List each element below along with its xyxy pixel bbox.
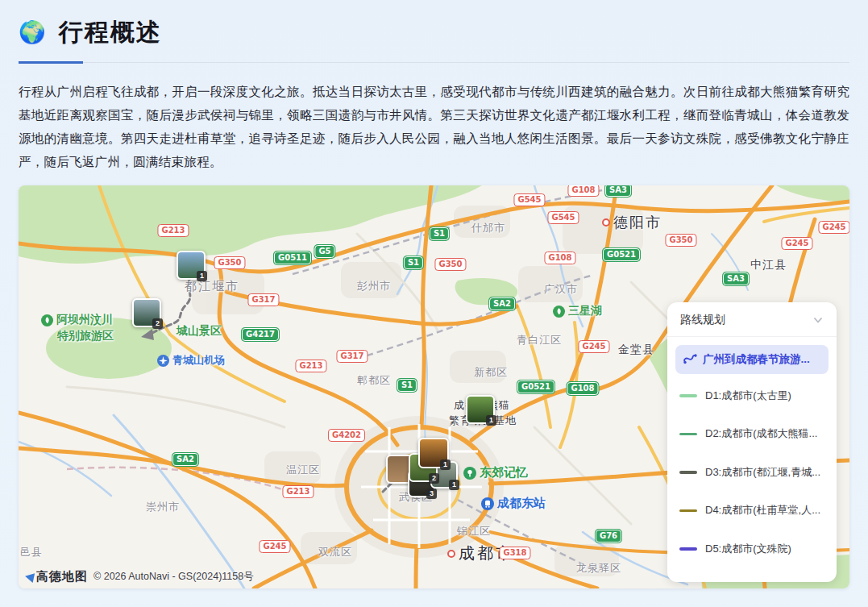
photo-marker[interactable]: 1: [177, 251, 206, 280]
map-label: 广汉市: [544, 282, 578, 297]
road-shield: S1: [397, 379, 417, 392]
route-day-item[interactable]: D2:成都市(成都大熊猫...: [667, 415, 837, 454]
road-shield: G317: [247, 293, 279, 306]
map-label: 阿坝州汶川: [41, 313, 113, 327]
road-shield: G108: [544, 252, 575, 264]
itinerary-overview-paragraph: 行程从广州启程飞往成都，开启一段深度文化之旅。抵达当日探访太古里，感受现代都市与…: [19, 80, 849, 173]
route-day-item[interactable]: D4:成都市(杜甫草堂,人...: [667, 492, 837, 530]
photo-marker[interactable]: 2: [132, 298, 161, 327]
map-label-text: 青白江区: [517, 333, 562, 347]
map-label: 中江县: [750, 258, 787, 272]
map-label: 双流区: [318, 545, 352, 559]
route-panel-title: 路线规划: [680, 313, 725, 327]
globe-icon: 🌍: [19, 22, 46, 44]
route-day-item[interactable]: D1:成都市(太古里): [667, 376, 837, 415]
map-label: 城山景区: [177, 324, 222, 339]
map-label-text: 新都区: [474, 365, 508, 380]
road-shield: G245: [259, 540, 290, 553]
map-label-text: 成都东站: [497, 496, 546, 511]
route-day-label: D5:成都市(文殊院): [705, 542, 791, 556]
road-shield: G5: [314, 245, 334, 258]
route-day-label: D2:成都市(成都大熊猫...: [705, 426, 817, 441]
route-day-color-swatch: [679, 433, 697, 436]
map-label: 崇州市: [146, 500, 180, 514]
route-day-label: D4:成都市(杜甫草堂,人...: [705, 503, 820, 518]
photo-marker-count-badge: 1: [197, 271, 207, 281]
photo-marker[interactable]: 1: [418, 438, 449, 468]
route-day-item[interactable]: D5:成都市(文殊院): [667, 530, 837, 568]
photo-marker-count-badge: 2: [429, 473, 439, 484]
road-shield: G213: [157, 224, 189, 237]
map-label: 三星湖: [553, 304, 602, 318]
city-marker-icon: [602, 218, 610, 227]
road-shield: G350: [434, 258, 466, 271]
road-shield: G0511: [274, 252, 311, 264]
road-shield: G545: [547, 211, 579, 224]
map-label: 彭州市: [357, 279, 391, 293]
road-shield: G76: [596, 530, 621, 543]
route-day-list: D1:成都市(太古里)D2:成都市(成都大熊猫...D3:成都市(都江堰,青城.…: [667, 376, 837, 568]
map-label-text: 青城山机场: [172, 353, 225, 368]
page-title: 行程概述: [59, 16, 162, 49]
road-shield: G350: [665, 234, 696, 247]
map-label-text: 三星湖: [568, 304, 602, 318]
road-shield: SA3: [605, 185, 631, 197]
map-label: 青白江区: [517, 333, 562, 347]
road-shield: G245: [818, 221, 849, 234]
road-shield: G545: [513, 193, 545, 206]
road-shield: G108: [567, 185, 599, 197]
map-label: 龙泉驿区: [576, 561, 621, 576]
map-label-text: 城山景区: [177, 324, 222, 339]
map-label-text: 中江县: [750, 258, 787, 272]
map-label-text: 东郊记忆: [480, 465, 528, 480]
map-label: 特别旅游区: [57, 329, 114, 343]
route-day-item[interactable]: D3:成都市(都江堰,青城...: [667, 453, 837, 492]
road-shield: SA2: [172, 453, 198, 466]
road-shield: G213: [282, 485, 314, 498]
photo-marker-count-badge: 3: [426, 489, 437, 499]
chevron-down-icon[interactable]: [812, 314, 824, 326]
map-label-text: 双流区: [318, 545, 352, 559]
map-label-text: 都江堰市: [185, 279, 239, 294]
road-shield: G317: [336, 350, 368, 363]
road-shield: G108: [567, 382, 598, 395]
scenic-leaf-icon: [553, 306, 565, 318]
road-shield: S1: [430, 227, 449, 240]
road-shield: G245: [781, 237, 812, 250]
map-label-text: 温江区: [286, 463, 320, 477]
map-label: 德阳市: [602, 213, 662, 232]
photo-marker-count-badge: 1: [449, 480, 459, 490]
photo-marker-count-badge: 2: [152, 318, 163, 329]
road-shield: S1: [404, 256, 423, 269]
map-label: 金堂县: [618, 343, 654, 357]
road-shield: G4202: [328, 429, 365, 442]
amap-logo[interactable]: 高德地图: [25, 569, 88, 584]
map-canvas[interactable]: 什邡市德阳市中江县彭州市广汉市三星湖青白江区金堂县新都区郫都区都江堰市城山景区青…: [19, 185, 849, 588]
map-attribution: 高德地图 © 2026 AutoNavi - GS(2024)1158号: [25, 569, 254, 584]
road-shield: G318: [499, 547, 530, 559]
map-label-text: 德阳市: [613, 213, 662, 232]
map-label: 成都东站: [481, 496, 546, 511]
map-label-text: 阿坝州汶川: [56, 313, 113, 327]
map-label-text: 郫都区: [357, 373, 391, 388]
amap-logo-text: 高德地图: [36, 569, 88, 584]
route-icon: [683, 353, 697, 367]
map-label: 都江堰市: [185, 279, 239, 294]
attraction-icon: [463, 467, 476, 480]
railway-station-icon: [481, 497, 494, 510]
route-day-color-swatch: [679, 394, 697, 397]
map-label: 什邡市: [471, 221, 505, 235]
route-day-label: D3:成都市(都江堰,青城...: [705, 465, 820, 480]
photo-marker[interactable]: 1: [466, 395, 495, 424]
map-copyright: © 2026 AutoNavi - GS(2024)1158号: [93, 570, 254, 584]
road-shield: G4217: [242, 328, 279, 341]
active-route-item[interactable]: 广州到成都春节旅游...: [675, 345, 829, 374]
city-marker-icon: [447, 550, 455, 558]
road-shield: SA3: [723, 272, 749, 285]
route-day-color-swatch: [679, 509, 697, 513]
road-shield: G0521: [517, 380, 554, 393]
route-day-color-swatch: [679, 471, 697, 474]
photo-marker-count-badge: 1: [440, 459, 451, 470]
map-label-text: 金堂县: [618, 343, 654, 357]
road-shield: G245: [578, 340, 609, 353]
